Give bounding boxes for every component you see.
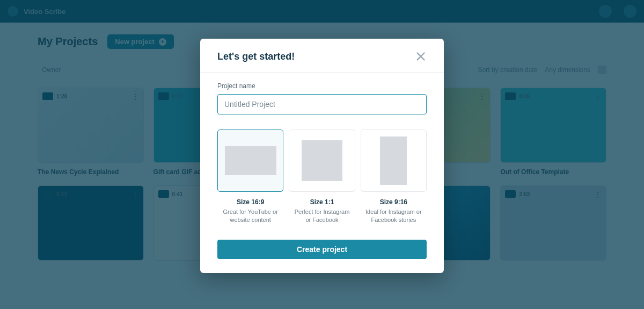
aspect-preview-icon <box>380 136 407 185</box>
close-icon <box>415 51 427 62</box>
size-description: Ideal for Instagram or Facebook stories <box>361 208 427 225</box>
new-project-modal: Let's get started! Project name Size 16:… <box>200 39 444 273</box>
modal-header: Let's get started! <box>200 39 444 73</box>
size-title: Size 1:1 <box>289 198 355 206</box>
modal-title: Let's get started! <box>217 51 295 62</box>
close-button[interactable] <box>415 51 427 62</box>
size-option-9-16[interactable] <box>361 130 427 192</box>
size-option-16-9[interactable] <box>217 130 283 192</box>
size-title: Size 9:16 <box>361 198 427 206</box>
aspect-preview-icon <box>302 140 342 181</box>
modal-body: Project name Size 16:9 Great for YouTube… <box>200 73 444 273</box>
size-description: Great for YouTube or website content <box>217 208 283 225</box>
aspect-preview-icon <box>225 146 276 175</box>
size-selector: Size 16:9 Great for YouTube or website c… <box>217 130 427 225</box>
size-description: Perfect for Instagram or Facebook <box>289 208 355 225</box>
size-option-1-1[interactable] <box>289 130 355 192</box>
size-title: Size 16:9 <box>217 198 283 206</box>
create-project-button[interactable]: Create project <box>217 240 427 259</box>
project-name-label: Project name <box>217 82 427 90</box>
project-name-input[interactable] <box>217 94 427 114</box>
